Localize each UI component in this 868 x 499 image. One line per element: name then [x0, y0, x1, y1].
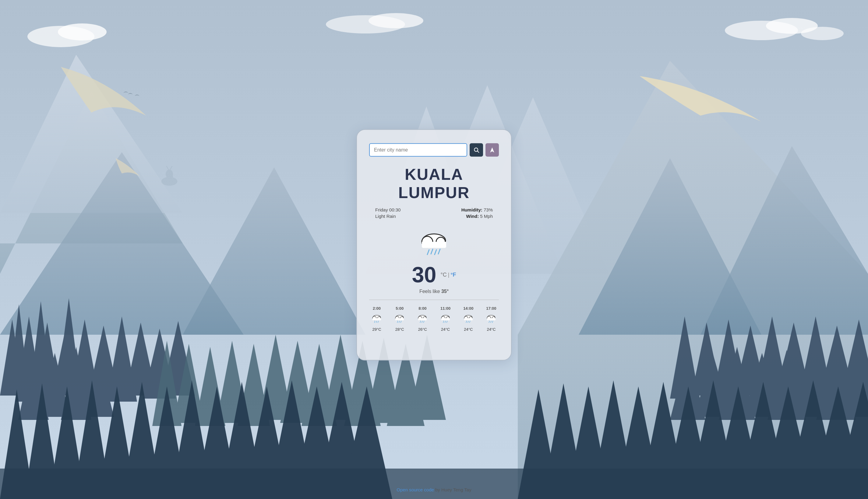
svg-line-160 — [492, 321, 493, 323]
svg-rect-125 — [396, 319, 404, 320]
hour-temp-1: 28°C — [395, 327, 404, 332]
info-row: Friday 00:30 Light Rain Humidity: 73% Wi… — [369, 207, 499, 219]
hour-icon-3 — [439, 313, 452, 325]
hour-item-3: 11:00 24°C — [439, 306, 452, 332]
hour-time-3: 11:00 — [440, 306, 450, 311]
location-icon — [489, 147, 495, 153]
hour-item-1: 5:00 28°C — [393, 306, 406, 332]
svg-line-142 — [443, 321, 444, 323]
svg-point-7 — [801, 27, 844, 40]
svg-line-126 — [397, 321, 398, 323]
svg-rect-133 — [418, 319, 427, 320]
hour-item-4: 14:00 24°C — [462, 306, 475, 332]
svg-line-103 — [477, 151, 479, 153]
hour-icon-0 — [370, 313, 383, 325]
wind: Wind: 5 Mph — [461, 214, 493, 219]
svg-line-136 — [424, 321, 424, 323]
condition: Light Rain — [375, 214, 401, 219]
datetime: Friday 00:30 — [375, 207, 401, 212]
svg-point-2 — [58, 23, 107, 40]
datetime-condition: Friday 00:30 Light Rain — [375, 207, 401, 219]
svg-line-118 — [374, 321, 375, 323]
weather-card: KUALA LUMPUR Friday 00:30 Light Rain Hum… — [356, 129, 512, 361]
humidity: Humidity: 73% — [461, 207, 493, 212]
search-button[interactable] — [469, 143, 483, 157]
hour-temp-0: 29°C — [372, 327, 381, 332]
hour-time-2: 8:00 — [418, 306, 426, 311]
search-icon — [473, 147, 479, 153]
fahrenheit-unit[interactable]: °F — [450, 271, 456, 278]
svg-line-150 — [466, 321, 467, 323]
svg-line-120 — [378, 321, 379, 323]
feels-like: Feels like 35° — [419, 289, 449, 294]
svg-line-127 — [399, 321, 400, 323]
hour-temp-5: 24°C — [487, 327, 496, 332]
temperature-units: °C | °F — [441, 271, 456, 278]
hour-time-1: 5:00 — [396, 306, 404, 311]
svg-rect-117 — [373, 319, 381, 320]
svg-line-143 — [445, 321, 445, 323]
hour-temp-2: 26°C — [418, 327, 427, 332]
svg-line-128 — [401, 321, 401, 323]
svg-rect-94 — [0, 468, 868, 499]
svg-rect-99 — [169, 170, 170, 175]
svg-line-151 — [468, 321, 468, 323]
svg-line-158 — [489, 321, 489, 323]
svg-rect-149 — [464, 319, 472, 320]
svg-rect-108 — [423, 246, 445, 248]
temperature-value: 30 — [412, 264, 436, 286]
celsius-unit[interactable]: °C — [441, 271, 447, 278]
location-button[interactable] — [486, 143, 499, 157]
open-source-link[interactable]: Open source code — [396, 487, 434, 492]
svg-line-152 — [469, 321, 470, 323]
hour-temp-3: 24°C — [441, 327, 450, 332]
footer: Open source code by Huey Teng Tay — [396, 487, 471, 492]
hour-icon-4 — [462, 313, 475, 325]
svg-line-134 — [420, 321, 421, 323]
svg-line-112 — [438, 249, 440, 254]
hour-item-5: 17:00 24°C — [485, 306, 498, 332]
humidity-wind: Humidity: 73% Wind: 5 Mph — [461, 207, 493, 219]
divider — [369, 300, 499, 300]
weather-icon-wrapper — [416, 229, 452, 259]
svg-line-119 — [376, 321, 377, 323]
hour-temp-4: 24°C — [464, 327, 473, 332]
svg-line-110 — [431, 249, 433, 254]
svg-line-159 — [491, 321, 491, 323]
hour-icon-1 — [393, 313, 406, 325]
temperature-row: 30 °C | °F — [412, 264, 456, 286]
hourly-forecast: 2:00 29°C 5:00 — [369, 306, 499, 332]
svg-rect-141 — [441, 319, 450, 320]
svg-point-4 — [369, 13, 423, 28]
search-row — [369, 143, 499, 157]
hour-item-0: 2:00 29°C — [370, 306, 383, 332]
hour-icon-5 — [485, 313, 498, 325]
svg-line-144 — [447, 321, 447, 323]
city-name: KUALA LUMPUR — [369, 165, 499, 202]
search-input[interactable] — [369, 143, 467, 157]
svg-line-135 — [422, 321, 423, 323]
rain-cloud-icon — [416, 229, 452, 259]
svg-rect-157 — [487, 319, 496, 320]
svg-line-109 — [427, 250, 429, 255]
svg-line-111 — [435, 250, 437, 255]
hour-icon-2 — [416, 313, 429, 325]
hour-item-2: 8:00 26°C — [416, 306, 429, 332]
hour-time-0: 2:00 — [373, 306, 381, 311]
unit-separator: | — [448, 271, 450, 278]
hour-time-5: 17:00 — [486, 306, 496, 311]
hour-time-4: 14:00 — [463, 306, 473, 311]
